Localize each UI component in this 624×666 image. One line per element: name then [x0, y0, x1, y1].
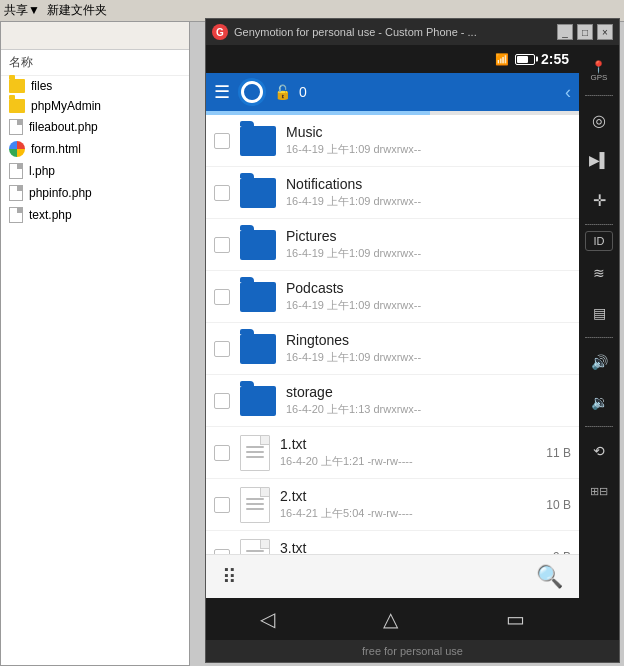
window-controls: _ □ × — [557, 24, 613, 40]
item-meta: 16-4-19 上午1:09 drwxrwx-- — [286, 246, 571, 261]
item-checkbox[interactable] — [214, 497, 230, 513]
list-item[interactable]: Podcasts 16-4-19 上午1:09 drwxrwx-- — [206, 271, 579, 323]
geny-free-bar: free for personal use — [206, 640, 619, 662]
folder-icon — [9, 99, 25, 113]
item-name: 2.txt — [280, 488, 538, 504]
item-info: Pictures 16-4-19 上午1:09 drwxrwx-- — [286, 228, 571, 261]
minimize-button[interactable]: _ — [557, 24, 573, 40]
bottom-search-icon[interactable]: 🔍 — [536, 564, 563, 590]
folder-icon — [240, 230, 276, 260]
item-name: storage — [286, 384, 571, 400]
back-nav-button[interactable]: ◁ — [244, 601, 291, 637]
item-checkbox[interactable] — [214, 445, 230, 461]
file-icon — [240, 435, 270, 471]
file-lines — [246, 446, 264, 458]
media-btn[interactable]: ▶▌ — [581, 142, 617, 178]
item-info: Ringtones 16-4-19 上午1:09 drwxrwx-- — [286, 332, 571, 365]
list-item[interactable]: Music 16-4-19 上午1:09 drwxrwx-- — [206, 115, 579, 167]
genymotion-window: G Genymotion for personal use - Custom P… — [205, 18, 620, 663]
list-item[interactable]: Notifications 16-4-19 上午1:09 drwxrwx-- — [206, 167, 579, 219]
item-checkbox[interactable] — [214, 289, 230, 305]
item-meta: 16-4-20 上午1:21 -rw-rw---- — [280, 454, 538, 469]
folder-icon — [240, 334, 276, 364]
list-item[interactable]: Pictures 16-4-19 上午1:09 drwxrwx-- — [206, 219, 579, 271]
camera-btn[interactable]: ◎ — [581, 102, 617, 138]
chrome-icon — [9, 141, 25, 157]
file-tree-item-label: text.php — [29, 208, 72, 222]
folder-icon — [240, 282, 276, 312]
dpad-btn[interactable]: ✛ — [581, 182, 617, 218]
path-text: 0 — [299, 84, 557, 100]
nfc-btn[interactable]: ≋ — [581, 255, 617, 291]
file-icon — [240, 487, 270, 523]
genymotion-title: Genymotion for personal use - Custom Pho… — [234, 26, 557, 38]
right-panel: 📍 GPS ◎ ▶▌ ✛ ID ≋ ▤ 🔊 🔉 ⟲ ⊞⊟ — [579, 45, 619, 640]
file-explorer-toolbar — [1, 22, 189, 50]
android-screen: 📶 2:55 ☰ 🔓 0 ‹ — [206, 45, 619, 640]
geny-free-text: free for personal use — [362, 645, 463, 657]
item-meta: 16-4-19 上午1:09 drwxrwx-- — [286, 194, 571, 209]
list-item[interactable]: 2.txt 16-4-21 上午5:04 -rw-rw---- 10 B — [206, 479, 579, 531]
item-meta: 16-4-19 上午1:09 drwxrwx-- — [286, 350, 571, 365]
taskbar-new-folder[interactable]: 新建文件夹 — [47, 2, 107, 19]
file-tree-header: 名称 — [1, 50, 189, 76]
wifi-icon: 📶 — [495, 53, 509, 66]
item-info: Music 16-4-19 上午1:09 drwxrwx-- — [286, 124, 571, 157]
file-tree-item[interactable]: phpinfo.php — [1, 182, 189, 204]
id-btn[interactable]: ID — [585, 231, 613, 251]
grid-btn[interactable]: ⊞⊟ — [581, 473, 617, 509]
file-line — [246, 456, 264, 458]
recents-nav-button[interactable]: ▭ — [490, 601, 541, 637]
close-button[interactable]: × — [597, 24, 613, 40]
file-line — [246, 451, 264, 453]
item-checkbox[interactable] — [214, 393, 230, 409]
item-checkbox[interactable] — [214, 133, 230, 149]
file-tree-item-label: files — [31, 79, 52, 93]
item-name: Music — [286, 124, 571, 140]
item-checkbox[interactable] — [214, 237, 230, 253]
file-lines — [246, 550, 264, 555]
status-time: 2:55 — [541, 51, 569, 67]
lock-icon: 🔓 — [274, 84, 291, 100]
item-checkbox[interactable] — [214, 185, 230, 201]
folder-icon — [9, 79, 25, 93]
file-tree-item[interactable]: form.html — [1, 138, 189, 160]
file-tree-item-label: l.php — [29, 164, 55, 178]
back-arrow-icon[interactable]: ‹ — [565, 82, 571, 103]
folder-icon — [240, 126, 276, 156]
item-name: Notifications — [286, 176, 571, 192]
list-item[interactable]: storage 16-4-20 上午1:13 drwxrwx-- — [206, 375, 579, 427]
bottom-apps-icon[interactable]: ⠿ — [222, 565, 240, 589]
file-icon — [9, 163, 23, 179]
file-icon — [9, 185, 23, 201]
list-item[interactable]: Ringtones 16-4-19 上午1:09 drwxrwx-- — [206, 323, 579, 375]
file-line — [246, 508, 264, 510]
item-size: 11 B — [538, 446, 571, 460]
fm-toolbar: ☰ 🔓 0 ‹ — [206, 73, 579, 111]
taskbar-shared[interactable]: 共享▼ — [4, 2, 40, 19]
list-item[interactable]: 3.txt 16-4-21 上午5:05 -rw-rw---- 9 B — [206, 531, 579, 554]
list-item[interactable]: 1.txt 16-4-20 上午1:21 -rw-rw---- 11 B — [206, 427, 579, 479]
file-tree-item[interactable]: l.php — [1, 160, 189, 182]
item-info: Podcasts 16-4-19 上午1:09 drwxrwx-- — [286, 280, 571, 313]
file-tree-item[interactable]: text.php — [1, 204, 189, 226]
item-info: 2.txt 16-4-21 上午5:04 -rw-rw---- — [280, 488, 538, 521]
vol-down-btn[interactable]: 🔉 — [581, 384, 617, 420]
home-nav-button[interactable]: △ — [367, 601, 414, 637]
gps-btn[interactable]: 📍 GPS — [581, 53, 617, 89]
item-info: Notifications 16-4-19 上午1:09 drwxrwx-- — [286, 176, 571, 209]
file-explorer: 名称 filesphpMyAdminfileabout.phpform.html… — [0, 22, 190, 666]
item-name: Ringtones — [286, 332, 571, 348]
rotate-btn[interactable]: ⟲ — [581, 433, 617, 469]
maximize-button[interactable]: □ — [577, 24, 593, 40]
item-name: 1.txt — [280, 436, 538, 452]
file-tree-item[interactable]: files — [1, 76, 189, 96]
vol-up-btn[interactable]: 🔊 — [581, 344, 617, 380]
file-tree-item[interactable]: phpMyAdmin — [1, 96, 189, 116]
item-checkbox[interactable] — [214, 341, 230, 357]
menu-icon[interactable]: ☰ — [214, 81, 230, 103]
file-tree-item[interactable]: fileabout.php — [1, 116, 189, 138]
chat-btn[interactable]: ▤ — [581, 295, 617, 331]
geny-logo: G — [212, 24, 228, 40]
file-line — [246, 503, 264, 505]
